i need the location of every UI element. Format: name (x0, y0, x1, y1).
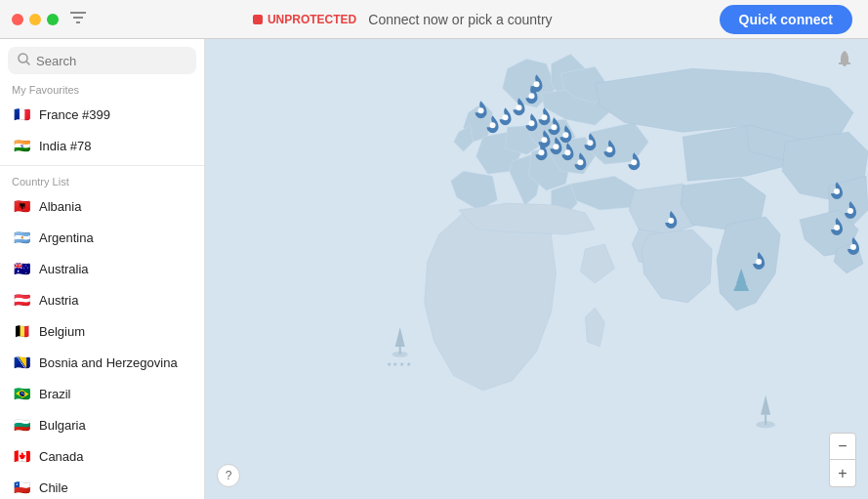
favourites-label: My Favourites (0, 78, 204, 99)
zoom-controls: − + (829, 433, 856, 487)
svg-point-37 (834, 225, 840, 230)
svg-point-39 (534, 81, 540, 87)
svg-point-8 (393, 352, 408, 357)
status-text: UNPROTECTED (268, 13, 356, 26)
filter-icon[interactable] (70, 11, 86, 27)
belgium-label: Belgium (39, 324, 85, 339)
argentina-label: Argentina (39, 230, 94, 245)
svg-point-25 (541, 137, 547, 143)
country-list-label: Country List (0, 170, 204, 190)
bulgaria-flag: 🇧🇬 (12, 415, 31, 435)
country-brazil[interactable]: 🇧🇷 Brazil (0, 378, 204, 409)
chile-label: Chile (39, 480, 68, 495)
australia-label: Australia (39, 262, 89, 276)
help-label: ? (226, 469, 232, 482)
notification-icon[interactable] (835, 49, 854, 73)
country-australia[interactable]: 🇦🇺 Australia (0, 253, 204, 284)
svg-point-16 (478, 107, 484, 113)
svg-point-22 (541, 114, 547, 120)
close-button[interactable] (12, 14, 23, 25)
help-button[interactable]: ? (217, 464, 240, 487)
country-argentina[interactable]: 🇦🇷 Argentina (0, 222, 204, 253)
belgium-flag: 🇧🇪 (12, 321, 31, 341)
canada-flag: 🇨🇦 (12, 446, 31, 466)
canada-label: Canada (39, 449, 84, 464)
svg-point-29 (577, 159, 583, 165)
favourite-india-label: India #78 (39, 139, 92, 153)
austria-label: Austria (39, 293, 78, 308)
svg-point-38 (850, 244, 856, 250)
svg-point-27 (564, 149, 570, 155)
bosnia-label: Bosnia and Herzegovina (39, 355, 178, 370)
argentina-flag: 🇦🇷 (12, 228, 31, 247)
search-icon (18, 53, 30, 68)
maximize-button[interactable] (47, 14, 59, 25)
svg-point-31 (606, 146, 612, 152)
titlebar-center: UNPROTECTED Connect now or pick a countr… (94, 12, 712, 27)
main-content: My Favourites 🇫🇷 France #399 🇮🇳 India #7… (0, 39, 868, 499)
svg-point-18 (503, 114, 509, 120)
svg-point-17 (490, 122, 496, 128)
svg-point-21 (529, 120, 535, 126)
country-canada[interactable]: 🇨🇦 Canada (0, 440, 204, 472)
sidebar: My Favourites 🇫🇷 France #399 🇮🇳 India #7… (0, 39, 205, 499)
svg-point-26 (553, 144, 558, 149)
australia-flag: 🇦🇺 (12, 259, 31, 278)
country-bosnia[interactable]: 🇧🇦 Bosnia and Herzegovina (0, 347, 204, 378)
titlebar: UNPROTECTED Connect now or pick a countr… (0, 0, 868, 39)
chile-flag: 🇨🇱 (12, 478, 31, 497)
sidebar-list: My Favourites 🇫🇷 France #399 🇮🇳 India #7… (0, 78, 204, 499)
country-austria[interactable]: 🇦🇹 Austria (0, 284, 204, 315)
zoom-in-button[interactable]: + (829, 460, 856, 487)
svg-line-4 (26, 62, 29, 64)
favourite-india[interactable]: 🇮🇳 India #78 (0, 130, 204, 161)
bosnia-flag: 🇧🇦 (12, 353, 31, 372)
zoom-out-button[interactable]: − (829, 433, 856, 460)
svg-point-23 (551, 124, 557, 130)
svg-point-24 (562, 132, 568, 138)
status-badge: UNPROTECTED (253, 13, 356, 26)
favourite-france[interactable]: 🇫🇷 France #399 (0, 99, 204, 130)
austria-flag: 🇦🇹 (12, 290, 31, 310)
svg-point-33 (668, 218, 674, 224)
search-input[interactable] (36, 54, 186, 68)
svg-point-20 (529, 93, 535, 99)
svg-point-36 (847, 208, 853, 214)
quick-connect-button[interactable]: Quick connect (720, 5, 852, 34)
albania-flag: 🇦🇱 (12, 196, 31, 216)
status-dot (253, 15, 263, 24)
map-area[interactable]: ★ ★ ★ ★ (205, 39, 868, 499)
bulgaria-label: Bulgaria (39, 418, 86, 433)
divider (0, 165, 204, 166)
svg-point-28 (538, 149, 544, 155)
traffic-lights (12, 14, 59, 25)
country-albania[interactable]: 🇦🇱 Albania (0, 190, 204, 222)
world-map: ★ ★ ★ ★ (205, 39, 868, 499)
country-chile[interactable]: 🇨🇱 Chile (0, 472, 204, 499)
svg-point-35 (834, 188, 840, 194)
svg-point-30 (587, 140, 593, 146)
brazil-label: Brazil (39, 387, 71, 401)
svg-point-32 (631, 159, 637, 165)
connect-text: Connect now or pick a country (368, 12, 552, 27)
svg-text:★ ★ ★ ★: ★ ★ ★ ★ (387, 361, 411, 367)
brazil-flag: 🇧🇷 (12, 384, 31, 403)
france-flag: 🇫🇷 (12, 104, 31, 124)
svg-point-12 (756, 421, 775, 428)
india-flag: 🇮🇳 (12, 136, 31, 155)
svg-point-34 (756, 259, 762, 265)
svg-point-19 (517, 104, 522, 110)
albania-label: Albania (39, 199, 81, 214)
country-belgium[interactable]: 🇧🇪 Belgium (0, 315, 204, 347)
minimize-button[interactable] (29, 14, 41, 25)
favourite-france-label: France #399 (39, 107, 110, 122)
search-box[interactable] (8, 47, 196, 74)
country-bulgaria[interactable]: 🇧🇬 Bulgaria (0, 409, 204, 440)
